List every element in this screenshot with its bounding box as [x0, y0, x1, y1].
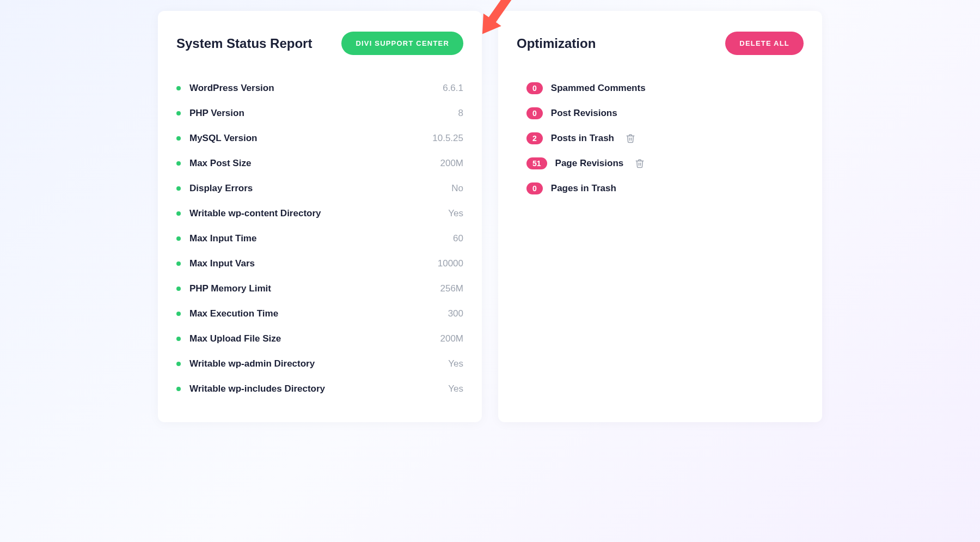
optimization-title: Optimization: [517, 36, 596, 51]
status-row-left: Writable wp-content Directory: [176, 208, 321, 219]
main-container: System Status Report Divi Support Center…: [158, 11, 822, 422]
status-value: 60: [453, 233, 463, 244]
count-badge: 51: [526, 157, 547, 169]
status-row-left: Max Upload File Size: [176, 333, 281, 344]
status-value: 200M: [440, 333, 463, 344]
status-dot-icon: [176, 161, 181, 166]
status-value: No: [451, 183, 463, 194]
status-label: Max Execution Time: [189, 308, 278, 319]
status-row-left: Display Errors: [176, 183, 253, 194]
status-label: MySQL Version: [189, 133, 257, 144]
status-row: PHP Version8: [176, 101, 463, 126]
count-badge: 0: [526, 182, 543, 194]
status-value: 10000: [438, 258, 463, 269]
status-row: PHP Memory Limit256M: [176, 276, 463, 301]
status-row-left: Writable wp-admin Directory: [176, 358, 315, 369]
status-value: 256M: [440, 283, 463, 294]
status-dot-icon: [176, 86, 181, 90]
optimization-card-header: Optimization Delete All: [517, 32, 804, 55]
status-row: WordPress Version6.6.1: [176, 76, 463, 101]
count-badge: 0: [526, 82, 543, 94]
optimization-label: Post Revisions: [551, 108, 617, 119]
optimization-row: 51Page Revisions: [526, 151, 804, 176]
status-label: Writable wp-includes Directory: [189, 383, 325, 394]
optimization-card: Optimization Delete All 0Spammed Comment…: [498, 11, 822, 422]
status-value: 300: [448, 308, 463, 319]
status-list: WordPress Version6.6.1PHP Version8MySQL …: [176, 76, 463, 401]
status-value: 8: [458, 108, 463, 119]
status-row-left: MySQL Version: [176, 133, 257, 144]
status-label: Max Input Time: [189, 233, 256, 244]
status-dot-icon: [176, 337, 181, 341]
optimization-label: Pages in Trash: [551, 183, 616, 194]
status-row: Max Upload File Size200M: [176, 326, 463, 351]
optimization-row: 0Spammed Comments: [526, 76, 804, 101]
status-row: Writable wp-admin DirectoryYes: [176, 351, 463, 376]
status-title: System Status Report: [176, 36, 312, 51]
status-label: Writable wp-content Directory: [189, 208, 321, 219]
optimization-row: 0Post Revisions: [526, 101, 804, 126]
status-row: Max Input Vars10000: [176, 251, 463, 276]
status-row: Max Post Size200M: [176, 151, 463, 176]
status-row-left: Max Post Size: [176, 158, 251, 169]
status-value: 10.5.25: [432, 133, 463, 144]
status-dot-icon: [176, 186, 181, 191]
optimization-label: Page Revisions: [555, 158, 624, 169]
status-dot-icon: [176, 362, 181, 366]
count-badge: 2: [526, 132, 543, 144]
status-label: Max Post Size: [189, 158, 251, 169]
status-row-left: Max Input Vars: [176, 258, 255, 269]
status-label: Writable wp-admin Directory: [189, 358, 315, 369]
status-row-left: WordPress Version: [176, 83, 274, 94]
status-dot-icon: [176, 387, 181, 391]
status-dot-icon: [176, 211, 181, 216]
status-label: Max Input Vars: [189, 258, 255, 269]
status-card: System Status Report Divi Support Center…: [158, 11, 482, 422]
status-row: Writable wp-includes DirectoryYes: [176, 376, 463, 401]
status-row-left: PHP Version: [176, 108, 244, 119]
status-dot-icon: [176, 312, 181, 316]
status-row-left: Max Execution Time: [176, 308, 278, 319]
status-card-header: System Status Report Divi Support Center: [176, 32, 463, 55]
status-value: Yes: [448, 358, 463, 369]
status-label: WordPress Version: [189, 83, 274, 94]
optimization-list: 0Spammed Comments0Post Revisions2Posts i…: [517, 76, 804, 201]
status-dot-icon: [176, 287, 181, 291]
status-row: Display ErrorsNo: [176, 176, 463, 201]
status-value: 200M: [440, 158, 463, 169]
status-label: PHP Version: [189, 108, 244, 119]
count-badge: 0: [526, 107, 543, 119]
status-row: Writable wp-content DirectoryYes: [176, 201, 463, 226]
trash-icon[interactable]: [626, 133, 635, 143]
status-value: Yes: [448, 383, 463, 394]
status-row-left: Max Input Time: [176, 233, 256, 244]
status-label: Display Errors: [189, 183, 253, 194]
status-dot-icon: [176, 136, 181, 141]
status-value: Yes: [448, 208, 463, 219]
status-value: 6.6.1: [443, 83, 463, 94]
status-row: Max Input Time60: [176, 226, 463, 251]
status-row: Max Execution Time300: [176, 301, 463, 326]
status-label: PHP Memory Limit: [189, 283, 271, 294]
optimization-label: Spammed Comments: [551, 83, 646, 94]
status-label: Max Upload File Size: [189, 333, 281, 344]
optimization-label: Posts in Trash: [551, 133, 614, 144]
trash-icon[interactable]: [635, 159, 645, 168]
support-center-button[interactable]: Divi Support Center: [341, 32, 463, 55]
optimization-row: 0Pages in Trash: [526, 176, 804, 201]
optimization-row: 2Posts in Trash: [526, 126, 804, 151]
status-dot-icon: [176, 111, 181, 115]
status-row: MySQL Version10.5.25: [176, 126, 463, 151]
status-row-left: PHP Memory Limit: [176, 283, 271, 294]
status-dot-icon: [176, 261, 181, 266]
status-dot-icon: [176, 236, 181, 241]
delete-all-button[interactable]: Delete All: [725, 32, 804, 55]
status-row-left: Writable wp-includes Directory: [176, 383, 325, 394]
